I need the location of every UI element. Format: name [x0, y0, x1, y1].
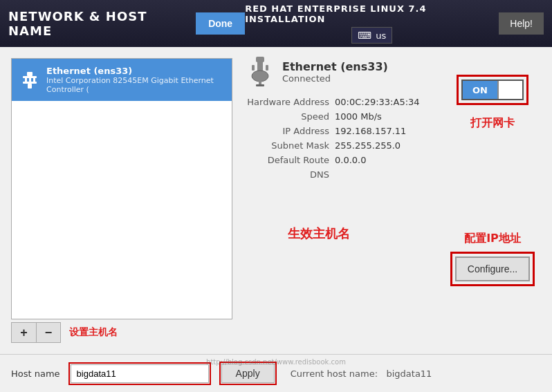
hostname-input[interactable]: [71, 364, 209, 383]
toggle-thumb: [497, 81, 522, 99]
configure-container: Configure...: [450, 252, 535, 286]
network-item-name: Ethernet (ens33): [46, 66, 223, 76]
current-hostname-section: Current host name: bigdata11: [291, 368, 432, 379]
speed-value: 1000 Mb/s: [335, 111, 382, 122]
hardware-address-value: 00:0C:29:33:A5:34: [335, 97, 420, 107]
network-list-panel: Ethernet (ens33) Intel Corporation 82545…: [11, 58, 232, 343]
remove-network-button[interactable]: −: [36, 322, 61, 343]
svg-rect-3: [29, 78, 31, 82]
content-area: Ethernet (ens33) Intel Corporation 82545…: [0, 47, 552, 354]
svg-rect-6: [28, 84, 32, 88]
apply-hostname-annotation: 生效主机名: [288, 226, 350, 241]
bottom-bar: Host name Apply Current host name: bigda…: [0, 354, 552, 392]
speed-label: Speed: [246, 111, 329, 122]
device-header: Ethernet (ens33) Connected: [246, 58, 430, 86]
hostname-label: Host name: [11, 368, 60, 379]
apply-container: Apply: [219, 362, 277, 385]
ip-label: IP Address: [246, 126, 329, 136]
page-title: NETWORK & HOST NAME: [8, 9, 185, 38]
ip-value: 192.168.157.11: [335, 126, 406, 136]
configure-annotation: 配置IP地址: [464, 232, 521, 246]
svg-rect-7: [256, 57, 264, 62]
svg-rect-0: [27, 72, 33, 76]
ip-row: IP Address 192.168.157.11: [246, 126, 430, 136]
hostname-input-container: [68, 362, 211, 385]
keyboard-selector[interactable]: ⌨ us: [351, 27, 392, 44]
dns-label: DNS: [246, 169, 329, 180]
subnet-label: Subnet Mask: [246, 140, 329, 151]
ethernet-icon: [20, 71, 39, 90]
keyboard-label: us: [376, 30, 386, 41]
toggle-on-label: ON: [463, 81, 497, 99]
device-status: Connected: [282, 73, 388, 84]
device-name: Ethernet (ens33): [282, 60, 388, 73]
dns-row: DNS: [246, 169, 430, 180]
main-content: Ethernet (ens33) Intel Corporation 82545…: [0, 47, 552, 392]
toggle-annotation: 打开网卡: [470, 116, 515, 131]
svg-rect-2: [25, 78, 27, 82]
svg-rect-5: [23, 82, 37, 84]
keyboard-icon: ⌨: [358, 30, 371, 41]
rhel-title: RED HAT ENTERPRISE LINUX 7.4 INSTALLATIO…: [245, 3, 499, 24]
subnet-row: Subnet Mask 255.255.255.0: [246, 140, 430, 151]
subnet-value: 255.255.255.0: [335, 140, 401, 151]
route-row: Default Route 0.0.0.0: [246, 155, 430, 165]
network-list: Ethernet (ens33) Intel Corporation 82545…: [11, 58, 232, 319]
route-value: 0.0.0.0: [335, 155, 366, 165]
hardware-address-row: Hardware Address 00:0C:29:33:A5:34: [246, 97, 430, 107]
detail-table: Hardware Address 00:0C:29:33:A5:34 Speed…: [246, 97, 430, 184]
header: NETWORK & HOST NAME Done RED HAT ENTERPR…: [0, 0, 552, 47]
network-details-panel: Ethernet (ens33) Connected Hardware Addr…: [232, 58, 444, 343]
device-plug-icon: [246, 58, 274, 86]
header-left: NETWORK & HOST NAME Done: [8, 9, 245, 38]
network-item-info: Ethernet (ens33) Intel Corporation 82545…: [46, 66, 223, 94]
hardware-address-label: Hardware Address: [246, 97, 329, 107]
toggle-container: ON: [457, 75, 528, 105]
configure-button[interactable]: Configure...: [455, 256, 530, 281]
ethernet-toggle[interactable]: ON: [461, 80, 524, 100]
route-label: Default Route: [246, 155, 329, 165]
svg-rect-4: [33, 78, 35, 82]
network-list-item[interactable]: Ethernet (ens33) Intel Corporation 82545…: [12, 59, 232, 101]
svg-rect-12: [259, 76, 261, 86]
svg-rect-10: [266, 65, 268, 71]
set-hostname-annotation: 设置主机名: [69, 326, 118, 343]
help-button[interactable]: Help!: [499, 12, 544, 35]
svg-rect-1: [23, 76, 37, 78]
add-network-button[interactable]: +: [11, 322, 36, 343]
device-info: Ethernet (ens33) Connected: [282, 60, 388, 84]
svg-rect-13: [256, 84, 264, 86]
network-item-desc: Intel Corporation 82545EM Gigabit Ethern…: [46, 76, 223, 94]
network-list-buttons: + − 设置主机名: [11, 322, 232, 343]
speed-row: Speed 1000 Mb/s: [246, 111, 430, 122]
svg-rect-9: [252, 65, 255, 71]
header-center: RED HAT ENTERPRISE LINUX 7.4 INSTALLATIO…: [245, 3, 499, 44]
current-hostname-value: bigdata11: [386, 368, 432, 379]
apply-button[interactable]: Apply: [221, 364, 275, 383]
right-panel: ON 打开网卡 配置IP地址 Configure...: [444, 58, 541, 343]
done-button[interactable]: Done: [196, 12, 245, 35]
current-hostname-label: Current host name:: [291, 368, 378, 379]
